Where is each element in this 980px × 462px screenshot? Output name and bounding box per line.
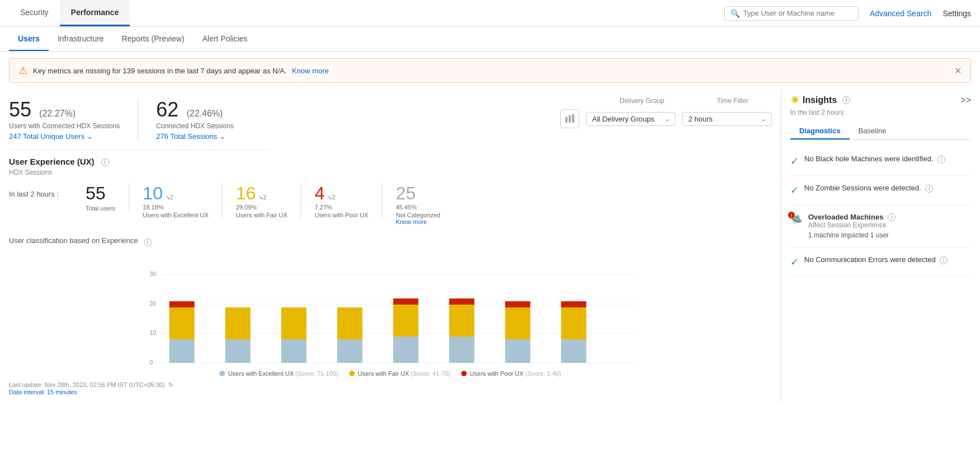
know-more-link[interactable]: Know more <box>396 218 427 225</box>
svg-rect-29 <box>449 305 475 337</box>
chevron-down-icon-2: ⌄ <box>219 132 226 141</box>
ux-poor-label: Users with Poor UX <box>315 212 368 218</box>
chart-legend: Users with Excellent UX (Score: 71-100) … <box>9 370 772 377</box>
top-nav-tabs: Security Performance <box>9 0 130 26</box>
svg-text:20: 20 <box>150 301 157 307</box>
settings-link[interactable]: Settings <box>943 9 971 18</box>
legend-fair: Users with Fair UX (Score: 41-70) <box>349 370 450 377</box>
insights-subtitle: In the last 2 hours <box>790 109 971 116</box>
svg-rect-19 <box>282 307 307 339</box>
ux-excellent-delta: ↘2 <box>165 194 174 201</box>
ux-fair-delta: ↘2 <box>258 194 266 201</box>
chart-icon <box>565 114 575 124</box>
search-box[interactable]: 🔍 <box>724 6 859 21</box>
overloaded-warning-badge: ! <box>788 212 795 218</box>
svg-rect-38 <box>561 301 587 307</box>
delivery-group-chevron: ⌄ <box>665 116 669 122</box>
ux-uncategorized-label: Not Categorized <box>396 212 440 218</box>
insights-tab-baseline[interactable]: Baseline <box>850 123 895 139</box>
zombie-info-icon[interactable]: i <box>925 185 933 193</box>
ux-info-icon[interactable]: i <box>101 158 109 166</box>
ux-excellent-percent: 18.18% <box>143 204 163 211</box>
svg-rect-22 <box>337 307 363 339</box>
stat-number-users: 55 (22.27%) <box>9 99 120 121</box>
insights-tabs: Diagnostics Baseline <box>790 123 971 140</box>
svg-rect-12 <box>170 307 195 339</box>
insights-tab-diagnostics[interactable]: Diagnostics <box>790 123 850 139</box>
search-input[interactable] <box>743 9 852 17</box>
svg-rect-26 <box>393 298 419 305</box>
delivery-group-label: Delivery Group <box>620 97 664 105</box>
svg-rect-32 <box>505 339 531 363</box>
stat-number-sessions: 62 (22.46%) <box>156 99 234 121</box>
legend-dot-poor <box>461 371 467 376</box>
sub-nav-tab-reports[interactable]: Reports (Preview) <box>112 27 193 51</box>
insights-expand-button[interactable]: >> <box>960 95 971 105</box>
sub-nav-tab-infrastructure[interactable]: Infrastructure <box>49 27 112 51</box>
refresh-icon[interactable]: ↻ <box>168 381 174 388</box>
chevron-down-icon: ⌄ <box>87 132 93 141</box>
overloaded-detail: 1 machine impacted 1 user <box>808 231 895 239</box>
total-sessions-link[interactable]: 276 Total Sessions ⌄ <box>156 132 234 141</box>
ux-stat-uncategorized: 25 45.45% Not Categorized Know more <box>382 183 454 225</box>
tab-security[interactable]: Security <box>9 0 60 26</box>
advanced-search-link[interactable]: Advanced Search <box>870 9 932 18</box>
blackhole-info-icon[interactable]: i <box>937 156 945 164</box>
svg-rect-18 <box>282 339 307 363</box>
legend-dot-fair <box>349 371 355 376</box>
svg-rect-36 <box>561 339 587 363</box>
ux-stat-fair: 16 ↘2 29.09% Users with Fair UX <box>222 183 301 218</box>
ux-poor-delta: ↘2 <box>327 194 335 201</box>
insights-info-icon[interactable]: i <box>842 96 850 104</box>
total-unique-users-link[interactable]: 247 Total Unique Users ⌄ <box>9 132 120 141</box>
chart-container: 0 10 20 30 12:45 PM <box>9 254 772 366</box>
insight-item-overloaded: 🛸 ! Overloaded Machines i Affect Session… <box>790 205 971 248</box>
time-filter-label: Time Filter <box>717 97 748 105</box>
svg-rect-25 <box>393 305 419 337</box>
sub-nav-tab-alert-policies[interactable]: Alert Policies <box>193 27 256 51</box>
ux-fair-label: Users with Fair UX <box>236 212 287 218</box>
left-panel: 55 (22.27%) Users with Connected HDX Ses… <box>9 90 781 402</box>
svg-rect-34 <box>505 301 531 307</box>
legend-dot-excellent <box>219 371 225 376</box>
ux-poor-percent: 7.27% <box>315 204 332 211</box>
ux-uncategorized-percent: 45.45% <box>396 204 416 211</box>
ux-total-number: 55 <box>86 183 106 204</box>
insight-item-blackhole: ✓ No Black hole Machines were identified… <box>790 147 971 176</box>
main-content: 55 (22.27%) Users with Connected HDX Ses… <box>0 90 980 402</box>
sub-nav-tab-users[interactable]: Users <box>9 27 49 51</box>
time-filter-select[interactable]: 2 hours ⌄ <box>682 112 772 126</box>
svg-rect-0 <box>565 117 568 123</box>
legend-label-fair: Users with Fair UX (Score: 41-70) <box>358 370 450 377</box>
search-icon: 🔍 <box>730 9 740 18</box>
svg-rect-28 <box>449 337 475 363</box>
alert-close-button[interactable]: ✕ <box>954 66 962 76</box>
blackhole-text: No Black hole Machines were identified. <box>804 155 934 163</box>
svg-rect-33 <box>505 307 531 339</box>
tab-performance[interactable]: Performance <box>60 0 130 26</box>
insights-title: ☀ Insights i <box>790 94 850 106</box>
alert-know-more-link[interactable]: Know more <box>292 67 329 75</box>
filter-labels-row: Delivery Group Time Filter <box>597 96 772 105</box>
top-nav-right: 🔍 Advanced Search Settings <box>724 6 971 21</box>
svg-rect-11 <box>170 339 195 363</box>
stats-row: 55 (22.27%) Users with Connected HDX Ses… <box>9 90 270 150</box>
ux-total-label: Total users <box>86 205 115 212</box>
overloaded-info-icon[interactable]: i <box>888 213 895 221</box>
chart-icon-button[interactable] <box>560 109 579 128</box>
commerrors-info-icon[interactable]: i <box>940 256 948 264</box>
ux-fair-number: 16 ↘2 <box>236 183 266 204</box>
delivery-group-select[interactable]: All Delivery Groups ⌄ <box>586 112 676 126</box>
time-filter-chevron: ⌄ <box>761 116 766 122</box>
data-interval-link[interactable]: Data interval: 15 minutes <box>9 389 77 395</box>
stat-connected-sessions: 62 (22.46%) Connected HDX Sessions 276 T… <box>156 99 252 141</box>
delivery-time-filters: Delivery Group Time Filter <box>560 96 772 128</box>
insight-item-commerrors: ✓ No Communication Errors were detected … <box>790 248 971 277</box>
chart-info-icon[interactable]: i <box>144 239 152 246</box>
zombie-text: No Zombie Sessions were detected. <box>804 184 921 192</box>
commerrors-text: No Communication Errors were detected <box>804 255 936 264</box>
svg-rect-30 <box>449 298 475 305</box>
svg-rect-21 <box>337 339 363 363</box>
stats-filters-wrapper: 55 (22.27%) Users with Connected HDX Ses… <box>9 90 772 150</box>
ux-excellent-label: Users with Excellent UX <box>143 212 208 218</box>
